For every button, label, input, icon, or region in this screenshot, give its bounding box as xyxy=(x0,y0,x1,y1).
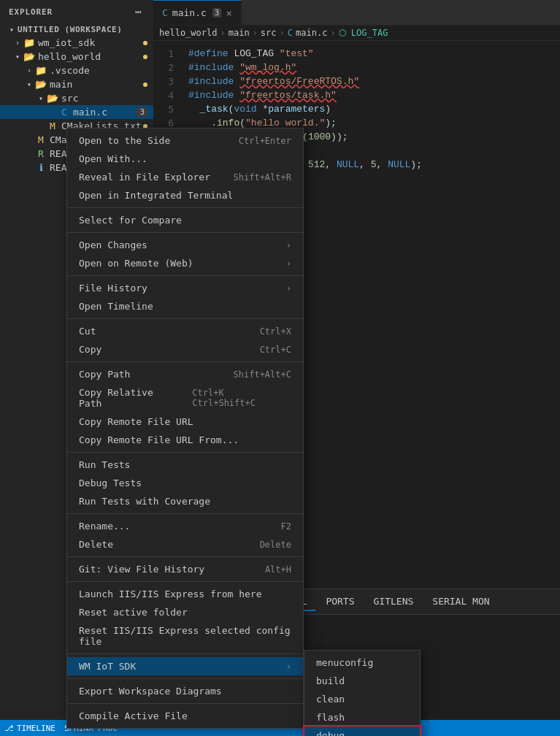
menu-compile-active-label: Compile Active File xyxy=(79,710,188,721)
tab-serial-mon[interactable]: SERIAL MON xyxy=(423,593,498,611)
menu-wm-iot-sdk[interactable]: WM IoT SDK › xyxy=(67,657,303,675)
submenu-flash[interactable]: flash xyxy=(304,708,420,727)
menu-git-view-history[interactable]: Git: View File History Alt+H xyxy=(67,560,303,578)
sidebar-item-src[interactable]: ▾ 📂 src xyxy=(0,91,153,105)
main-label: main xyxy=(50,79,143,90)
vscode-arrow: › xyxy=(23,66,35,74)
tab-gitlens[interactable]: GITLENS xyxy=(365,593,423,611)
menu-copy-path[interactable]: Copy Path Shift+Alt+C xyxy=(67,365,303,383)
workspace-root[interactable]: ▾ UNTITLED (WORKSPACE) xyxy=(0,23,153,36)
workspace-label: UNTITLED (WORKSPACE) xyxy=(18,25,153,34)
main-c-badge: 3 xyxy=(137,107,147,117)
menu-reset-active-folder-label: Reset active folder xyxy=(79,607,188,618)
menu-run-tests-label: Run Tests xyxy=(79,459,130,470)
menu-copy-remote-url[interactable]: Copy Remote File URL xyxy=(67,413,303,431)
menu-copy[interactable]: Copy Ctrl+C xyxy=(67,340,303,359)
menu-cut-label: Cut xyxy=(79,326,96,337)
sidebar-item-wm-iot-sdk[interactable]: › 📁 wm_iot_sdk xyxy=(0,36,153,50)
submenu-clean[interactable]: clean xyxy=(304,690,420,708)
menu-copy-remote-url-from-label: Copy Remote File URL From... xyxy=(79,434,239,445)
wm-iot-sdk-arrow: › xyxy=(12,39,23,47)
menu-open-with-label: Open With... xyxy=(79,153,147,164)
submenu: menuconfig build clean flash debug xyxy=(304,650,421,736)
hello-world-label: hello_world xyxy=(38,51,143,62)
tab-main-c[interactable]: C main.c 3 × xyxy=(153,0,242,25)
breadcrumb-log-tag[interactable]: ⬡ LOG_TAG xyxy=(339,28,388,38)
menu-copy-relative-path[interactable]: Copy Relative Path Ctrl+K Ctrl+Shift+C xyxy=(67,383,303,413)
sidebar-more-icon[interactable]: ⋯ xyxy=(133,6,145,18)
submenu-debug[interactable]: debug xyxy=(304,727,420,736)
menu-open-timeline[interactable]: Open Timeline xyxy=(67,297,303,315)
menu-reveal-file-explorer[interactable]: Reveal in File Explorer Shift+Alt+R xyxy=(67,168,303,186)
menu-file-history[interactable]: File History › xyxy=(67,279,303,297)
menu-run-tests[interactable]: Run Tests xyxy=(67,456,303,474)
menu-open-changes-arrow: › xyxy=(286,240,291,250)
tab-icon: C xyxy=(162,7,168,18)
menu-sep9 xyxy=(67,581,303,582)
workspace-arrow: ▾ xyxy=(6,26,18,34)
sidebar-item-main-c[interactable]: C main.c 3 xyxy=(0,105,153,119)
folder-main-icon: 📂 xyxy=(35,79,47,90)
menu-git-view-history-shortcut: Alt+H xyxy=(265,564,291,575)
breadcrumb-hello-world[interactable]: hello_world xyxy=(159,28,217,38)
menu-open-terminal[interactable]: Open in Integrated Terminal xyxy=(67,186,303,204)
menu-sep4 xyxy=(67,318,303,319)
menu-delete[interactable]: Delete Delete xyxy=(67,535,303,553)
menu-sep11 xyxy=(67,678,303,679)
menu-delete-shortcut: Delete xyxy=(260,540,291,550)
status-timeline[interactable]: ⎇ TIMELINE xyxy=(0,720,60,736)
menu-sep12 xyxy=(67,703,303,704)
breadcrumb-sep4: › xyxy=(330,28,335,38)
src-arrow: ▾ xyxy=(35,94,47,102)
menu-copy-shortcut: Ctrl+C xyxy=(260,345,291,355)
breadcrumb-src[interactable]: src xyxy=(261,28,277,38)
submenu-build[interactable]: build xyxy=(304,672,420,690)
menu-open-timeline-label: Open Timeline xyxy=(79,301,153,312)
cmake-file-icon: M xyxy=(47,120,58,131)
menu-open-side-label: Open to the Side xyxy=(79,135,170,146)
menu-compile-active[interactable]: Compile Active File xyxy=(67,707,303,725)
menu-open-remote-label: Open on Remote (Web) xyxy=(79,258,193,269)
menu-sep3 xyxy=(67,275,303,276)
menu-reset-iis-config[interactable]: Reset IIS/IIS Express selected config fi… xyxy=(67,621,303,651)
menu-sep7 xyxy=(67,513,303,514)
breadcrumb-c-icon: C xyxy=(288,28,293,38)
menu-reset-iis-config-label: Reset IIS/IIS Express selected config fi… xyxy=(79,625,291,647)
menu-reveal-label: Reveal in File Explorer xyxy=(79,172,210,183)
menu-copy-remote-url-from[interactable]: Copy Remote File URL From... xyxy=(67,431,303,449)
tab-close-icon[interactable]: × xyxy=(226,7,231,19)
sidebar-item-vscode[interactable]: › 📁 .vscode xyxy=(0,64,153,77)
menu-wm-iot-sdk-arrow: › xyxy=(286,662,291,672)
tab-filename: main.c xyxy=(172,7,207,18)
menu-run-tests-coverage[interactable]: Run Tests with Coverage xyxy=(67,492,303,510)
breadcrumb-sep1: › xyxy=(220,28,225,38)
sidebar-header: EXPLORER ⋯ xyxy=(0,0,153,23)
code-line-5: #include "freertos/task.h" xyxy=(188,88,560,102)
menu-launch-iis[interactable]: Launch IIS/IIS Express from here xyxy=(67,585,303,603)
menu-sep8 xyxy=(67,556,303,557)
menu-rename[interactable]: Rename... F2 xyxy=(67,517,303,535)
folder-open-icon: 📂 xyxy=(23,51,35,62)
menu-select-compare[interactable]: Select for Compare xyxy=(67,211,303,229)
submenu-menuconfig[interactable]: menuconfig xyxy=(304,653,420,672)
menu-export-workspace[interactable]: Export Workspace Diagrams xyxy=(67,682,303,700)
menu-open-with[interactable]: Open With... xyxy=(67,150,303,168)
menu-delete-label: Delete xyxy=(79,539,113,550)
menu-debug-tests[interactable]: Debug Tests xyxy=(67,474,303,492)
menu-cut[interactable]: Cut Ctrl+X xyxy=(67,322,303,340)
menu-copy-label: Copy xyxy=(79,344,101,355)
sidebar-item-main[interactable]: ▾ 📂 main xyxy=(0,77,153,91)
menu-open-side[interactable]: Open to the Side Ctrl+Enter xyxy=(67,131,303,150)
menu-open-terminal-label: Open in Integrated Terminal xyxy=(79,190,233,201)
menu-open-changes[interactable]: Open Changes › xyxy=(67,236,303,254)
wm-iot-sdk-dot xyxy=(143,41,147,45)
breadcrumb-main-c[interactable]: main.c xyxy=(296,28,327,38)
breadcrumb-main[interactable]: main xyxy=(229,28,250,38)
tab-ports[interactable]: PORTS xyxy=(317,593,363,611)
sidebar-title: EXPLORER xyxy=(9,7,53,17)
menu-rename-label: Rename... xyxy=(79,521,130,532)
menu-open-remote[interactable]: Open on Remote (Web) › xyxy=(67,254,303,272)
sidebar-item-hello-world[interactable]: ▾ 📂 hello_world xyxy=(0,50,153,64)
menu-reset-active-folder[interactable]: Reset active folder xyxy=(67,603,303,621)
breadcrumb-sep3: › xyxy=(280,28,285,38)
